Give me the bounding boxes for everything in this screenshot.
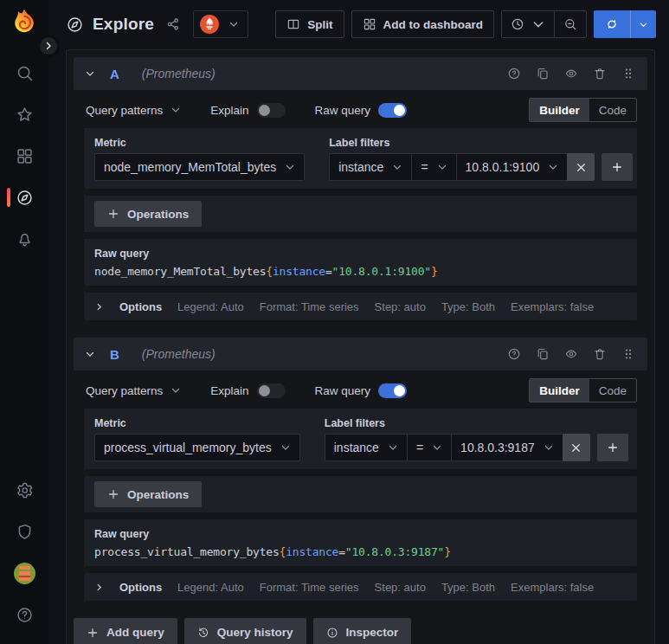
compass-icon [66, 16, 84, 34]
promql-value: "10.8.0.1:9100" [332, 265, 431, 278]
sidebar-item-search[interactable] [0, 52, 48, 93]
raw-query-label: Raw query [94, 528, 627, 540]
query-b-toolbar: Query patterns Explain Raw query Builder… [84, 377, 637, 403]
explain-label: Explain [210, 384, 248, 397]
chevron-right-icon[interactable] [94, 583, 104, 592]
query-b-header[interactable]: B (Prometheus) [74, 338, 647, 370]
remove-filter-button[interactable] [563, 434, 590, 461]
operator-select[interactable]: = [407, 434, 451, 461]
metric-value: process_virtual_memory_bytes [104, 441, 272, 454]
sidebar-item-profile[interactable] [0, 552, 48, 594]
query-row-a: A (Prometheus) [74, 57, 647, 327]
star-icon [16, 106, 34, 124]
run-query-button[interactable] [594, 10, 630, 38]
query-patterns-dropdown[interactable]: Query patterns [86, 104, 181, 117]
chevron-down-icon [437, 162, 447, 172]
label-name-select[interactable]: instance [325, 434, 407, 461]
eye-icon[interactable] [564, 347, 578, 361]
copy-icon[interactable] [536, 347, 550, 361]
sidebar-item-alerting[interactable] [0, 218, 48, 260]
add-operations-button[interactable]: Operations [94, 201, 202, 227]
share-icon[interactable] [166, 17, 180, 31]
builder-mode-option[interactable]: Builder [530, 99, 589, 121]
chevron-down-icon [170, 385, 181, 396]
help-circle-icon[interactable] [507, 347, 521, 361]
raw-query-block: Raw query process_virtual_memory_bytes{i… [84, 519, 637, 566]
run-query-interval-dropdown[interactable] [630, 10, 656, 38]
drag-handle-icon[interactable] [621, 347, 635, 361]
raw-query-toggle[interactable] [378, 103, 407, 118]
query-b-actions [507, 347, 635, 361]
sidebar-item-help[interactable] [0, 594, 48, 635]
help-circle-icon[interactable] [507, 67, 521, 80]
chevron-down-icon [388, 442, 398, 453]
drag-handle-icon[interactable] [621, 67, 635, 80]
collapse-chevron-icon[interactable] [85, 349, 95, 359]
zoom-out-time-button[interactable] [554, 11, 586, 37]
label-value: 10.8.0.3:9187 [460, 441, 535, 454]
chevron-down-icon [392, 162, 402, 172]
operator-select[interactable]: = [411, 153, 455, 181]
expand-sidebar-button[interactable] [37, 35, 60, 57]
promql-close-brace: } [444, 545, 451, 558]
label-filter: instance = [325, 434, 590, 461]
plus-icon [607, 441, 619, 454]
chevron-down-icon [170, 105, 181, 115]
label-value-select[interactable]: 10.8.0.1:9100 [456, 153, 568, 181]
sidebar-item-explore[interactable] [0, 177, 48, 218]
add-query-button[interactable]: Add query [74, 618, 177, 644]
label-filters-label: Label filters [329, 137, 633, 149]
add-filter-button[interactable] [597, 434, 628, 461]
options-title[interactable]: Options [119, 300, 162, 313]
code-mode-option[interactable]: Code [589, 99, 636, 121]
explain-toggle[interactable] [257, 383, 286, 398]
explore-toolbar: Explore [48, 0, 669, 48]
grafana-logo-icon[interactable] [8, 7, 41, 40]
promql-metric: process_virtual_memory_bytes [94, 545, 280, 558]
add-filter-button[interactable] [601, 153, 633, 181]
plus-icon [107, 208, 119, 220]
chevron-right-icon[interactable] [94, 302, 104, 312]
editor-mode-group: Builder Code [529, 378, 637, 402]
options-block[interactable]: Options Legend: Auto Format: Time series… [84, 573, 637, 601]
split-button[interactable]: Split [275, 10, 344, 38]
options-title[interactable]: Options [119, 581, 162, 594]
query-footer-actions: Add query Query history [74, 618, 647, 644]
code-mode-option[interactable]: Code [589, 379, 636, 402]
label-value-select[interactable]: 10.8.0.3:9187 [451, 434, 563, 461]
trash-icon[interactable] [593, 347, 607, 361]
query-a-toolbar: Query patterns Explain Raw query Builder… [84, 97, 637, 123]
sidebar-item-settings[interactable] [0, 469, 48, 511]
label-name-select[interactable]: instance [329, 153, 411, 181]
metric-labels-block: Metric process_virtual_memory_bytes Labe… [84, 409, 637, 469]
inspector-button[interactable]: Inspector [313, 618, 412, 644]
metric-select[interactable]: node_memory_MemTotal_bytes [94, 153, 305, 181]
trash-icon[interactable] [593, 67, 607, 80]
sidebar-item-dashboards[interactable] [0, 135, 48, 177]
collapse-chevron-icon[interactable] [85, 68, 95, 79]
chevron-down-icon [228, 19, 239, 29]
copy-icon[interactable] [536, 67, 550, 80]
chevron-down-icon [285, 162, 295, 172]
query-a-header[interactable]: A (Prometheus) [74, 57, 647, 90]
options-block[interactable]: Options Legend: Auto Format: Time series… [84, 293, 637, 320]
eye-icon[interactable] [564, 67, 578, 80]
query-a-actions [507, 67, 635, 80]
add-operations-button[interactable]: Operations [94, 481, 202, 507]
query-history-button[interactable]: Query history [184, 618, 306, 644]
run-query-split-button [594, 10, 656, 38]
raw-query-label: Raw query [94, 248, 627, 260]
sidebar [0, 0, 48, 644]
remove-filter-button[interactable] [567, 153, 595, 181]
sidebar-item-starred[interactable] [0, 93, 48, 135]
time-range-picker[interactable] [502, 11, 554, 37]
raw-query-toggle[interactable] [378, 383, 407, 398]
datasource-picker[interactable] [193, 10, 248, 38]
query-patterns-dropdown[interactable]: Query patterns [86, 384, 181, 397]
sidebar-item-server-admin[interactable] [0, 511, 48, 552]
query-ref-id: B [110, 347, 119, 362]
add-to-dashboard-button[interactable]: Add to dashboard [351, 10, 495, 38]
builder-mode-option[interactable]: Builder [530, 379, 589, 402]
explain-toggle[interactable] [257, 103, 286, 118]
metric-select[interactable]: process_virtual_memory_bytes [94, 434, 300, 461]
